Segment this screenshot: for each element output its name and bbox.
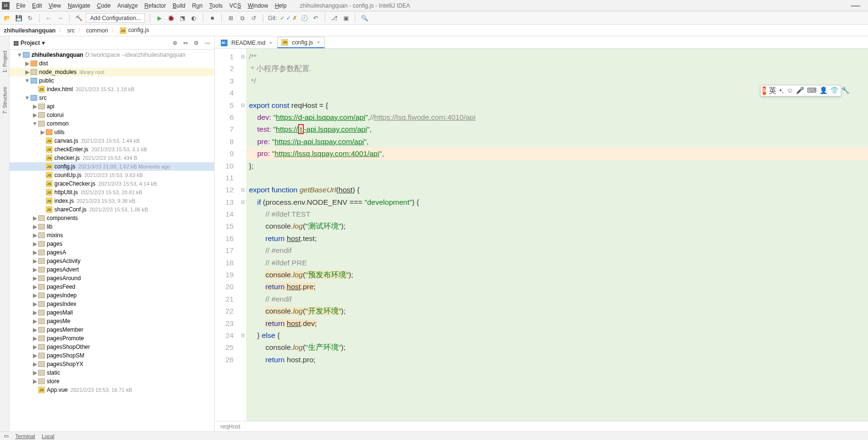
chevron-down-icon[interactable]: ▼	[24, 94, 31, 101]
chevron-right-icon[interactable]: ▶	[24, 60, 31, 67]
local-tab[interactable]: Local	[42, 433, 54, 439]
line-number[interactable]: 1	[215, 51, 234, 63]
search-icon[interactable]: 🔍	[360, 14, 369, 22]
tree-item-pagesPromote[interactable]: ▶pagesPromote	[10, 334, 214, 343]
tab-readme[interactable]: M↓README.md✕	[217, 37, 277, 48]
tree-item-api[interactable]: ▶api	[10, 102, 214, 111]
debug-icon[interactable]: 🐞	[166, 14, 175, 22]
line-number[interactable]: 15	[215, 220, 234, 232]
target-icon[interactable]: ⊕	[173, 40, 177, 46]
tree-item-pagesMall[interactable]: ▶pagesMall	[10, 308, 214, 317]
tree-item-httpUtil.js[interactable]: JShttpUtil.js2021/2/23 15:53, 20.81 kB	[10, 188, 214, 197]
tb-misc1-icon[interactable]: ⊞	[227, 14, 235, 22]
chevron-down-icon[interactable]: ▼	[16, 52, 23, 58]
ime-mic-icon[interactable]: 🎤	[796, 84, 804, 96]
hide-icon[interactable]: —	[205, 40, 210, 46]
tree-item-utils[interactable]: ▶utils	[10, 128, 214, 136]
menu-vcs[interactable]: VCS	[227, 1, 244, 10]
fold-toggle-icon[interactable]: ⊟	[239, 196, 246, 208]
tree-item-pagesShopYX[interactable]: ▶pagesShopYX	[10, 360, 214, 368]
settings-icon[interactable]: ⚙	[194, 40, 199, 46]
line-number[interactable]: 21	[215, 293, 234, 305]
rollback-icon[interactable]: ↶	[311, 14, 320, 22]
chevron-down-icon[interactable]: ▼	[31, 120, 38, 127]
menu-window[interactable]: Window	[245, 1, 271, 10]
line-number[interactable]: 11	[215, 172, 234, 184]
tree-item-node_modules[interactable]: ▶node_moduleslibrary root	[10, 68, 214, 76]
chevron-right-icon[interactable]: ▶	[39, 129, 46, 136]
ime-keyboard-icon[interactable]: ⌨	[807, 84, 816, 96]
run-icon[interactable]: ▶	[155, 14, 164, 22]
project-panel-title[interactable]: ▤ Project ▾	[13, 40, 45, 46]
line-number[interactable]: 20	[215, 281, 234, 293]
menu-analyze[interactable]: Analyze	[114, 1, 141, 10]
close-icon[interactable]: ✕	[269, 41, 273, 45]
chevron-right-icon[interactable]: ▶	[31, 215, 38, 221]
tree-item-graceChecker.js[interactable]: JSgraceChecker.js2021/2/23 15:53, 4.14 k…	[10, 179, 214, 188]
tree-item-pagesShopSM[interactable]: ▶pagesShopSM	[10, 351, 214, 360]
build-icon[interactable]: 🔨	[74, 14, 83, 22]
chevron-right-icon[interactable]: ▶	[31, 352, 38, 359]
line-number[interactable]: 2	[215, 63, 234, 74]
tab-config[interactable]: JSconfig.js✕	[277, 37, 325, 48]
line-number[interactable]: 10	[215, 160, 234, 172]
bc-common[interactable]: common	[86, 27, 108, 34]
tree-item-pagesMember[interactable]: ▶pagesMember	[10, 325, 214, 334]
chevron-right-icon[interactable]: ▶	[24, 69, 31, 75]
tree-item-shareConf.js[interactable]: JSshareConf.js2021/2/23 15:53, 1.06 kB	[10, 205, 214, 214]
ime-skin-icon[interactable]: 👕	[830, 84, 838, 96]
save-icon[interactable]: 💾	[14, 14, 23, 22]
layout-icon[interactable]: ▣	[341, 14, 350, 22]
menu-help[interactable]: Help	[272, 1, 289, 10]
chevron-right-icon[interactable]: ▶	[31, 275, 38, 282]
tree-item-src[interactable]: ▼src	[10, 94, 214, 102]
minimize-button[interactable]: —	[845, 0, 866, 11]
chevron-right-icon[interactable]: ▶	[31, 112, 38, 118]
tree-item-public[interactable]: ▼public	[10, 76, 214, 85]
tree-item-pagesAround[interactable]: ▶pagesAround	[10, 274, 214, 283]
tree-item-checkEnter.js[interactable]: JScheckEnter.js2021/2/23 15:53, 3.1 kB	[10, 145, 214, 154]
tree-item-static[interactable]: ▶static	[10, 368, 214, 377]
fold-column[interactable]: ⊟⊟⊟⊟⊟	[239, 49, 246, 421]
code-content[interactable]: /** * 小程序参数配置. */ export const reqHost =…	[246, 49, 868, 421]
chevron-right-icon[interactable]: ▶	[31, 335, 38, 342]
branch-icon[interactable]: ⎇	[330, 14, 339, 22]
line-number[interactable]: 13	[215, 196, 234, 208]
chevron-right-icon[interactable]: ▶	[31, 292, 38, 299]
tb-misc3-icon[interactable]: ↺	[249, 14, 258, 22]
terminal-tab[interactable]: Terminal	[15, 433, 35, 439]
line-number[interactable]: 12	[215, 184, 234, 196]
line-number[interactable]: 26	[215, 354, 234, 366]
line-number[interactable]: 16	[215, 232, 234, 244]
tree-item-colorui[interactable]: ▶colorui	[10, 111, 214, 119]
tree-item-pagesActivity[interactable]: ▶pagesActivity	[10, 257, 214, 265]
menu-run[interactable]: Run	[189, 1, 206, 10]
menu-build[interactable]: Build	[170, 1, 188, 10]
ime-lang[interactable]: 英	[769, 84, 776, 96]
history-icon[interactable]: 🕘	[300, 14, 309, 22]
line-number[interactable]: 6	[215, 111, 234, 123]
chevron-right-icon[interactable]: ▶	[31, 309, 38, 316]
line-number[interactable]: 4	[215, 87, 234, 99]
chevron-right-icon[interactable]: ▶	[31, 232, 38, 239]
tree-item-pagesIndep[interactable]: ▶pagesIndep	[10, 291, 214, 300]
menu-navigate[interactable]: Navigate	[65, 1, 93, 10]
line-number[interactable]: 14	[215, 208, 234, 220]
stripe-structure-tab[interactable]: 7: Structure	[2, 87, 8, 114]
tree-item-App.vue[interactable]: JSApp.vue2021/2/23 15:53, 16.71 kB	[10, 386, 214, 394]
tree-item-mixins[interactable]: ▶mixins	[10, 231, 214, 240]
fold-toggle-icon[interactable]: ⊟	[239, 329, 246, 341]
tree-item-pagesMe[interactable]: ▶pagesMe	[10, 317, 214, 325]
menu-edit[interactable]: Edit	[29, 1, 45, 10]
add-configuration-dropdown[interactable]: Add Configuration...	[86, 13, 145, 23]
fold-toggle-icon[interactable]: ⊟	[239, 51, 246, 63]
line-number[interactable]: 5	[215, 99, 234, 111]
bc-src[interactable]: src	[67, 27, 75, 34]
tree-item-components[interactable]: ▶components	[10, 214, 214, 222]
chevron-right-icon[interactable]: ▶	[31, 369, 38, 376]
code-area[interactable]: 1234567891011121314151617181920212223242…	[215, 49, 868, 421]
line-number[interactable]: 9	[215, 147, 234, 159]
chevron-right-icon[interactable]: ▶	[31, 283, 38, 290]
line-number[interactable]: 19	[215, 269, 234, 281]
tree-item-pages[interactable]: ▶pages	[10, 240, 214, 248]
